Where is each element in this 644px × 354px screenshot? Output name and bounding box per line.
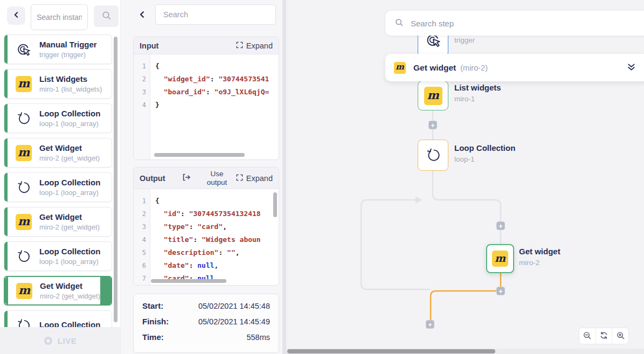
step-subtitle: miro-1 (list_widgets)	[39, 85, 102, 93]
sync-icon	[599, 331, 608, 342]
loop-icon	[15, 110, 32, 127]
add-step-button[interactable]: +	[496, 221, 505, 230]
output-panel-title: Output	[140, 174, 165, 183]
chevron-left-icon	[13, 11, 20, 20]
selected-step-title: Get widget	[413, 63, 456, 73]
sidebar-scrollbar[interactable]	[114, 37, 117, 322]
step-title: Loop Collection	[39, 109, 100, 119]
step-inspector-panel: Input Expand 1234 { "widget_id": "307445…	[121, 0, 282, 354]
output-vertical-scrollbar[interactable]	[273, 192, 277, 217]
finish-timestamp: 05/02/2021 14:45:49	[198, 317, 270, 326]
manual-trigger-icon	[15, 41, 32, 58]
sidebar-step-item[interactable]: mGet Widgetmiro-2 (get_widget)	[4, 207, 112, 237]
step-subtitle: miro-2 (get_widget)	[39, 223, 100, 231]
input-panel-title: Input	[140, 41, 158, 50]
search-instance-input[interactable]	[31, 4, 88, 30]
input-panel-header: Input Expand	[134, 37, 279, 54]
node-loop-collection-label: Loop Collection loop-1	[454, 143, 515, 163]
canvas-scrollbar-thumb[interactable]	[287, 349, 495, 353]
add-step-button[interactable]: +	[428, 121, 437, 129]
step-subtitle: miro-2 (get_widget)	[39, 154, 100, 162]
miro-icon: m	[492, 251, 508, 267]
miro-icon: m	[16, 282, 33, 300]
step-subtitle: miro-2 (get_widget)	[40, 292, 100, 300]
output-expand-button[interactable]: Expand	[236, 174, 273, 183]
sidebar-step-item[interactable]: Loop Collectionloop-1 (loop_array)	[4, 241, 112, 271]
step-title: Get Widget	[40, 281, 100, 291]
line-numbers: 1234	[134, 54, 150, 159]
input-json: { "widget_id": "30744573541 "board_id": …	[150, 54, 279, 159]
zoom-out-button[interactable]	[579, 328, 595, 344]
workflow-edges	[286, 0, 644, 354]
canvas-horizontal-scrollbar	[286, 349, 644, 354]
sidebar-step-item[interactable]: mList Widgetsmiro-1 (list_widgets)	[4, 69, 112, 99]
search-step-input[interactable]	[411, 19, 572, 28]
step-title: Get Widget	[39, 143, 100, 153]
zoom-in-button[interactable]	[612, 328, 628, 344]
miro-icon: m	[15, 213, 32, 231]
output-horizontal-scrollbar[interactable]	[151, 279, 226, 283]
loop-icon	[424, 146, 442, 164]
step-search-bar	[385, 11, 644, 36]
sidebar-step-item[interactable]: mGet Widgetmiro-2 (get_widget)	[4, 138, 112, 168]
output-panel-header: Output Use output Expand	[134, 168, 279, 189]
zoom-in-icon	[616, 331, 625, 342]
selected-step-bar[interactable]: m Get widget (miro-2)	[385, 54, 644, 81]
line-numbers: 12345678	[134, 189, 150, 285]
step-subtitle: loop-1 (loop_array)	[39, 258, 100, 266]
step-title: List Widgets	[39, 74, 102, 84]
loop-icon	[15, 248, 32, 265]
live-label: LIVE	[58, 336, 77, 345]
duration-value: 558ms	[246, 333, 270, 342]
step-title: Loop Collection	[39, 178, 100, 188]
node-list-widgets[interactable]: m	[418, 81, 448, 110]
sidebar-step-item[interactable]: Loop Collectionloop-1 (loop_array)	[4, 103, 112, 133]
steps-sidebar: Manual Triggertrigger (trigger)mList Wid…	[0, 0, 121, 354]
live-toggle[interactable]: LIVE	[0, 327, 121, 354]
panel-resizer[interactable]	[282, 0, 286, 354]
output-panel: Output Use output Expand 12345678 { "id"…	[133, 167, 279, 286]
step-title: Get Widget	[39, 212, 100, 222]
search-icon	[101, 10, 112, 22]
sidebar-back-button[interactable]	[7, 6, 25, 25]
canvas-zoom-controls	[579, 328, 629, 344]
output-code-viewer: 12345678 { "id": "3074457354132418 "type…	[134, 189, 279, 285]
step-title: Loop Collection	[39, 247, 100, 256]
node-get-widget[interactable]: m	[486, 244, 514, 273]
reset-view-button[interactable]	[595, 328, 612, 344]
sidebar-step-item[interactable]: mGet Widgetmiro-2 (get_widget)	[4, 276, 112, 306]
miro-icon: m	[424, 87, 442, 105]
zoom-out-icon	[583, 331, 592, 342]
inspector-search-input[interactable]	[155, 4, 276, 25]
step-subtitle: loop-1 (loop_array)	[39, 189, 100, 197]
search-icon	[394, 18, 404, 29]
step-list: Manual Triggertrigger (trigger)mList Wid…	[0, 34, 112, 340]
use-output-button[interactable]: Use output	[173, 170, 231, 186]
live-indicator-icon	[44, 337, 52, 345]
miro-icon: m	[15, 144, 32, 162]
sidebar-step-item[interactable]: Loop Collectionloop-1 (loop_array)	[4, 172, 112, 202]
sidebar-step-item[interactable]: Manual Triggertrigger (trigger)	[4, 34, 112, 64]
node-loop-collection[interactable]	[418, 140, 448, 171]
step-subtitle: loop-1 (loop_array)	[39, 120, 100, 128]
sidebar-search-button[interactable]	[94, 5, 119, 27]
workflow-debugger-app: Manual Triggertrigger (trigger)mList Wid…	[0, 0, 644, 354]
add-step-button[interactable]: +	[496, 287, 505, 295]
selected-step-subtitle: (miro-2)	[460, 64, 488, 72]
inspector-back-button[interactable]	[137, 10, 148, 20]
node-get-widget-label: Get widget miro-2	[519, 247, 560, 267]
timing-panel: Start: 05/02/2021 14:45:48 Finish: 05/02…	[133, 294, 279, 353]
step-title: Manual Trigger	[39, 40, 97, 50]
add-step-button[interactable]: +	[426, 320, 434, 329]
timing-row-finish: Finish: 05/02/2021 14:45:49	[142, 317, 270, 331]
timing-row-time: Time: 558ms	[142, 332, 270, 346]
workflow-canvas[interactable]: + + + + trigger m List widgets miro-1 Lo…	[286, 0, 644, 354]
input-expand-button[interactable]: Expand	[236, 41, 273, 50]
double-chevron-down-icon	[627, 65, 636, 73]
expand-icon	[236, 174, 243, 183]
collapse-step-button[interactable]	[626, 63, 636, 72]
chevron-left-icon	[139, 11, 146, 20]
input-horizontal-scrollbar[interactable]	[154, 153, 245, 157]
loop-icon	[15, 179, 32, 196]
miro-icon: m	[394, 62, 406, 74]
